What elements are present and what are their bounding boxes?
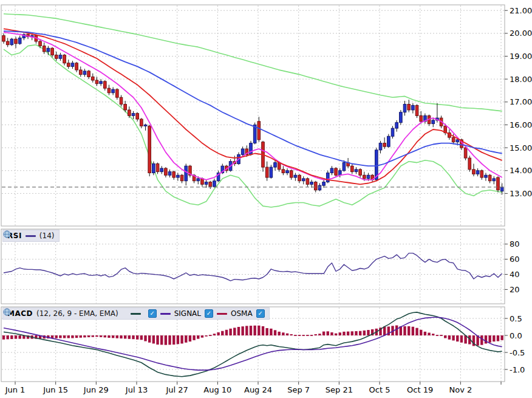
candle-up (310, 182, 313, 185)
osma-bar (233, 328, 236, 335)
candle-down (75, 63, 78, 70)
osma-bar (165, 335, 167, 345)
candle-down (488, 175, 491, 180)
osma-bar (63, 335, 66, 338)
osma-bar (298, 335, 301, 336)
osma-bar (2, 335, 5, 340)
osma-bar (193, 335, 195, 340)
osma-bar (160, 335, 163, 345)
candle-down (472, 170, 476, 174)
candle-up (318, 185, 321, 190)
osma-bar (395, 325, 398, 335)
candle-up (500, 187, 503, 191)
osma-bar (335, 334, 337, 335)
signal-line-checkbox[interactable]: ✓ (205, 309, 213, 318)
candle-up (71, 63, 74, 67)
candle-down (180, 175, 183, 180)
candle-down (278, 163, 281, 170)
osma-bar (95, 335, 98, 337)
candle-up (83, 71, 86, 75)
axis-tick-label: -1.0 (510, 365, 525, 374)
osma-bar (257, 326, 260, 335)
candle-up (274, 163, 277, 168)
osma-bar (480, 335, 483, 345)
candle-up (241, 149, 244, 154)
chart-canvas[interactable]: 21.0020.0019.0018.0017.0016.0015.0014.00… (0, 0, 532, 398)
osma-bar (330, 332, 333, 335)
macd-settings-globe-icon[interactable] (3, 308, 11, 316)
candle-down (55, 55, 58, 59)
osma-bar (290, 334, 293, 335)
axis-tick-label: 0.0 (510, 331, 522, 340)
osma-bar (112, 335, 114, 338)
x-axis-tick-label: Oct 19 (407, 385, 433, 394)
osma-bar (493, 335, 495, 341)
rsi-settings-globe-icon[interactable] (3, 230, 11, 238)
candle-up (152, 163, 155, 173)
macd-legend-title: MACD (7, 309, 33, 318)
axis-tick-label: 21.00 (510, 6, 532, 15)
osma-bar (75, 335, 78, 338)
osma-bar (83, 335, 86, 337)
osma-bar (428, 333, 430, 335)
candle-down (43, 46, 46, 52)
axis-tick-label: 15.00 (510, 143, 532, 153)
candle-up (330, 168, 333, 173)
osma-bar (322, 332, 325, 335)
osma-bar (278, 332, 280, 335)
osma-bar (172, 335, 175, 345)
osma-bar (270, 329, 272, 335)
candle-up (213, 181, 216, 187)
candle-down (6, 41, 9, 45)
candle-down (335, 168, 338, 175)
candle-up (185, 166, 188, 180)
candle-down (420, 115, 423, 121)
osma-bar (229, 329, 231, 335)
osma-checkbox[interactable]: ✓ (256, 309, 265, 318)
candle-down (201, 179, 204, 184)
signal-series-label: SIGNAL (174, 309, 201, 318)
osma-bar (185, 335, 187, 343)
candle-up (379, 143, 382, 150)
candle-up (355, 170, 358, 172)
osma-bar (456, 335, 459, 341)
osma-bar (343, 332, 345, 335)
osma-bar (71, 335, 73, 338)
osma-bar (136, 335, 138, 340)
panel-area[interactable] (1, 229, 505, 304)
osma-bar (282, 332, 284, 335)
osma-bar (144, 335, 146, 341)
osma-bar (225, 330, 228, 335)
candle-up (343, 163, 346, 171)
candle-up (112, 89, 115, 93)
candle-down (104, 81, 107, 88)
candle-down (140, 119, 143, 126)
candle-down (257, 122, 261, 140)
osma-bar (197, 335, 199, 339)
osma-line-sample (217, 313, 227, 315)
axis-tick-label: 17.00 (510, 97, 532, 106)
osma-bar (488, 335, 491, 343)
candle-up (250, 143, 253, 155)
candle-down (306, 179, 309, 184)
x-axis-tick-label: Jun 15 (43, 385, 68, 394)
candle-up (270, 167, 273, 177)
osma-bar (415, 328, 418, 335)
osma-bar (152, 335, 155, 343)
candle-down (87, 71, 90, 77)
x-axis-tick-label: Jun 1 (5, 385, 26, 394)
candle-down (383, 143, 386, 147)
osma-bar (189, 335, 191, 341)
candle-down (415, 105, 418, 115)
osma-bar (128, 335, 131, 339)
osma-bar (262, 326, 264, 335)
osma-bar (180, 335, 183, 343)
osma-series-label: OSMA (231, 309, 253, 318)
candle-up (10, 39, 13, 44)
osma-bar (355, 331, 357, 335)
axis-tick-label: 80 (510, 239, 520, 249)
osma-bar (132, 335, 134, 339)
macd-line-checkbox[interactable]: ✓ (148, 309, 157, 318)
osma-bar (168, 335, 171, 345)
osma-bar (250, 326, 252, 335)
